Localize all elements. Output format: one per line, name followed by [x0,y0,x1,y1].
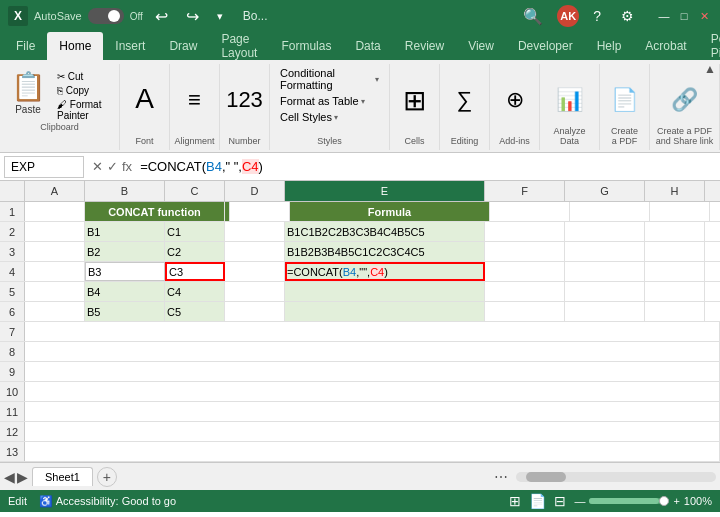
cell-e3[interactable]: B1B2B3B4B5C1C2C3C4C5 [285,242,485,261]
conditional-formatting-button[interactable]: Conditional Formatting▾ [276,66,383,92]
cell-a4[interactable] [25,262,85,281]
cell-g5[interactable] [565,282,645,301]
col-header-a[interactable]: A [25,181,85,201]
col-header-c[interactable]: C [165,181,225,201]
cell-g3[interactable] [565,242,645,261]
cell-h2[interactable] [645,222,705,241]
quick-access-more[interactable]: ▾ [211,8,229,25]
autosave-toggle[interactable] [88,8,124,24]
settings-icon[interactable]: ⚙ [615,6,640,26]
cell-e2[interactable]: B1C1B2C2B3C3B4C4B5C5 [285,222,485,241]
horizontal-scrollbar[interactable] [516,472,716,482]
cell-f1[interactable] [490,202,570,221]
cell-c4[interactable]: C3 [165,262,225,281]
cell-a5[interactable] [25,282,85,301]
cell-a6[interactable] [25,302,85,321]
col-header-e[interactable]: E [285,181,485,201]
cell-e1[interactable]: Formula [290,202,490,221]
cell-e5[interactable] [285,282,485,301]
cell-b3[interactable]: B2 [85,242,165,261]
tab-pagelayout[interactable]: Page Layout [209,32,269,60]
function-icon[interactable]: fx [122,159,132,174]
tab-developer[interactable]: Developer [506,32,585,60]
tab-powerpivot[interactable]: Power Pivot [699,32,720,60]
tab-data[interactable]: Data [343,32,392,60]
cell-c5[interactable]: C4 [165,282,225,301]
close-button[interactable]: ✕ [696,8,712,24]
minimize-button[interactable]: — [656,8,672,24]
undo-button[interactable]: ↩ [149,5,174,28]
cell-b2[interactable]: B1 [85,222,165,241]
cell-f2[interactable] [485,222,565,241]
cell-f3[interactable] [485,242,565,261]
view-pagebreak-icon[interactable]: ⊟ [554,493,566,509]
cell-d1[interactable] [230,202,290,221]
maximize-button[interactable]: □ [676,8,692,24]
cell-g6[interactable] [565,302,645,321]
sheet-options-button[interactable]: ⋯ [494,469,508,485]
formula-cancel-icon[interactable]: ✕ [92,159,103,174]
tab-draw[interactable]: Draw [157,32,209,60]
cell-f4[interactable] [485,262,565,281]
cell-a2[interactable] [25,222,85,241]
copy-button[interactable]: ⎘ Copy [54,84,115,97]
col-header-f[interactable]: F [485,181,565,201]
col-header-b[interactable]: B [85,181,165,201]
sheet-prev-button[interactable]: ◀ [4,469,15,485]
cell-c6[interactable]: C5 [165,302,225,321]
cell-styles-button[interactable]: Cell Styles▾ [276,110,383,124]
paste-button[interactable]: 📋 Paste [4,66,52,117]
ribbon-collapse-button[interactable]: ▲ [704,62,716,76]
tab-acrobat[interactable]: Acrobat [633,32,698,60]
col-header-g[interactable]: G [565,181,645,201]
cell-g4[interactable] [565,262,645,281]
cell-c2[interactable]: C1 [165,222,225,241]
zoom-control[interactable]: — + 100% [574,495,712,507]
cell-b6[interactable]: B5 [85,302,165,321]
cut-button[interactable]: ✂ Cut [54,70,115,83]
cell-g2[interactable] [565,222,645,241]
view-normal-icon[interactable]: ⊞ [509,493,521,509]
col-header-h[interactable]: H [645,181,705,201]
cell-d4[interactable] [225,262,285,281]
sheet-tab-sheet1[interactable]: Sheet1 [32,467,93,486]
cell-h6[interactable] [645,302,705,321]
tab-review[interactable]: Review [393,32,456,60]
add-sheet-button[interactable]: + [97,467,117,487]
cell-b4[interactable]: B3 [85,262,165,281]
cell-d5[interactable] [225,282,285,301]
cell-b1[interactable]: CONCAT function [85,202,225,221]
cell-h5[interactable] [645,282,705,301]
formula-confirm-icon[interactable]: ✓ [107,159,118,174]
tab-view[interactable]: View [456,32,506,60]
search-icon[interactable]: 🔍 [517,5,549,28]
sheet-next-button[interactable]: ▶ [17,469,28,485]
help-icon[interactable]: ? [587,6,607,26]
cell-f6[interactable] [485,302,565,321]
cell-c3[interactable]: C2 [165,242,225,261]
view-layout-icon[interactable]: 📄 [529,493,546,509]
cell-h1[interactable] [650,202,710,221]
redo-button[interactable]: ↪ [180,5,205,28]
name-box[interactable] [4,156,84,178]
cell-a1[interactable] [25,202,85,221]
cell-e6[interactable] [285,302,485,321]
tab-formulas[interactable]: Formulas [269,32,343,60]
tab-home[interactable]: Home [47,32,103,60]
col-header-d[interactable]: D [225,181,285,201]
cell-g1[interactable] [570,202,650,221]
cell-h4[interactable] [645,262,705,281]
format-as-table-button[interactable]: Format as Table▾ [276,94,383,108]
cell-e4[interactable]: =CONCAT(B4," ",C4) [285,262,485,281]
cell-f5[interactable] [485,282,565,301]
cell-b5[interactable]: B4 [85,282,165,301]
format-painter-button[interactable]: 🖌 Format Painter [54,98,115,122]
tab-help[interactable]: Help [585,32,634,60]
cell-d2[interactable] [225,222,285,241]
cell-h3[interactable] [645,242,705,261]
cell-d3[interactable] [225,242,285,261]
tab-file[interactable]: File [4,32,47,60]
cell-a3[interactable] [25,242,85,261]
cell-d6[interactable] [225,302,285,321]
tab-insert[interactable]: Insert [103,32,157,60]
